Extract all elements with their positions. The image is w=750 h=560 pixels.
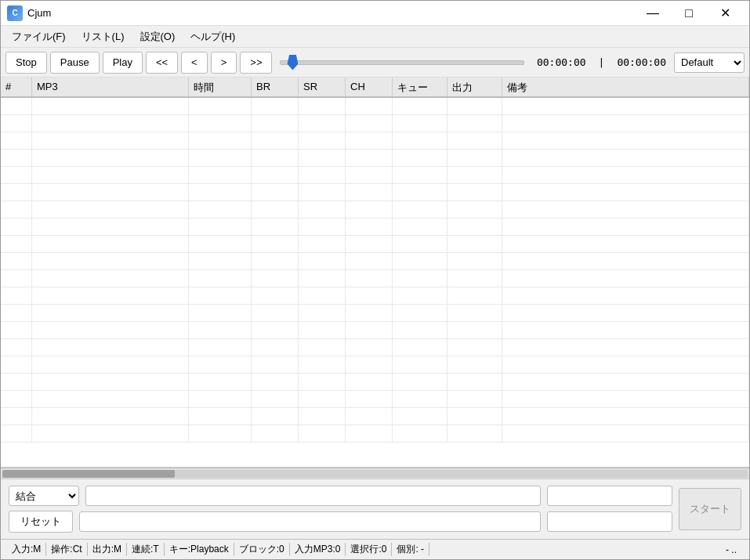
combine-select[interactable]: 結合 [9, 486, 79, 506]
main-window: C Cjum — □ ✕ ファイル(F) リスト(L) 設定(O) ヘルプ(H)… [0, 0, 750, 560]
track-table: # MP3 時間 BR SR CH キュー 出力 備考 [1, 78, 749, 468]
scrollbar-track [2, 470, 748, 478]
scrollbar-thumb[interactable] [2, 470, 175, 478]
table-row[interactable] [1, 184, 749, 201]
table-row[interactable] [1, 339, 749, 356]
maximize-button[interactable]: □ [671, 1, 707, 26]
prev-prev-button[interactable]: << [146, 52, 178, 74]
horizontal-scrollbar[interactable] [1, 468, 749, 479]
table-row[interactable] [1, 236, 749, 253]
status-individual: 個別: - [392, 543, 429, 556]
time-total: 00:00:00 [617, 56, 666, 68]
menu-file[interactable]: ファイル(F) [4, 27, 74, 47]
col-note: 備考 [502, 78, 749, 96]
filter-input-3[interactable] [547, 486, 672, 506]
toolbar: Stop Pause Play << < > >> 00:00:00 | 00:… [1, 48, 749, 78]
status-operation: 操作:Ct [46, 543, 87, 556]
menubar: ファイル(F) リスト(L) 設定(O) ヘルプ(H) [1, 26, 749, 48]
next-button[interactable]: > [211, 52, 237, 74]
seek-track [280, 60, 524, 65]
table-row[interactable] [1, 425, 749, 443]
table-row[interactable] [1, 115, 749, 132]
table-row[interactable] [1, 253, 749, 270]
status-output: 出力:M [88, 543, 127, 556]
table-row[interactable] [1, 219, 749, 236]
status-selected: 選択行:0 [346, 543, 392, 556]
table-row[interactable] [1, 374, 749, 391]
table-row[interactable] [1, 408, 749, 425]
filter-input-2[interactable] [79, 511, 541, 532]
close-button[interactable]: ✕ [707, 1, 743, 26]
table-row[interactable] [1, 322, 749, 339]
filter-input-1[interactable] [85, 486, 541, 506]
col-output: 出力 [447, 78, 502, 96]
status-block: ブロック:0 [234, 543, 290, 556]
stop-button[interactable]: Stop [5, 52, 47, 74]
table-row[interactable] [1, 356, 749, 374]
status-input-mp3: 入力MP3:0 [290, 543, 346, 556]
seek-bar[interactable] [280, 55, 524, 70]
status-right: - .. [726, 544, 743, 555]
table-row[interactable] [1, 270, 749, 287]
col-ch: CH [346, 78, 393, 96]
status-input: 入力:M [7, 543, 46, 556]
table-row[interactable] [1, 132, 749, 150]
col-br: BR [252, 78, 299, 96]
col-num: # [1, 78, 32, 96]
titlebar: C Cjum — □ ✕ [1, 1, 749, 26]
table-header: # MP3 時間 BR SR CH キュー 出力 備考 [1, 78, 749, 98]
menu-help[interactable]: ヘルプ(H) [183, 27, 243, 47]
table-row[interactable] [1, 287, 749, 305]
seek-thumb[interactable] [287, 55, 298, 70]
bottom-panel: 結合リセットスタート [1, 479, 749, 539]
table-row[interactable] [1, 98, 749, 115]
minimize-button[interactable]: — [635, 1, 671, 26]
window-title: Cjum [27, 7, 635, 19]
table-row[interactable] [1, 391, 749, 408]
pause-button[interactable]: Pause [50, 52, 100, 74]
statusbar: 入力:M 操作:Ct 出力:M 連続:T キー:Playback ブロック:0 … [1, 539, 749, 559]
output-select[interactable]: Default [674, 52, 745, 73]
time-separator: | [599, 56, 605, 68]
col-sr: SR [299, 78, 346, 96]
menu-settings[interactable]: 設定(O) [132, 27, 183, 47]
filter-input-4[interactable] [547, 511, 672, 532]
col-mp3: MP3 [32, 78, 189, 96]
prev-button[interactable]: < [181, 52, 208, 74]
status-continuous: 連続:T [127, 543, 165, 556]
next-next-button[interactable]: >> [240, 52, 272, 74]
start-button[interactable]: スタート [679, 488, 741, 530]
table-row[interactable] [1, 201, 749, 219]
table-body [1, 98, 749, 467]
table-row[interactable] [1, 167, 749, 184]
play-button[interactable]: Play [103, 52, 143, 74]
table-row[interactable] [1, 305, 749, 322]
menu-list[interactable]: リスト(L) [74, 27, 132, 47]
reset-button[interactable]: リセット [9, 511, 73, 533]
window-controls: — □ ✕ [635, 1, 743, 26]
status-key: キー:Playback [165, 543, 234, 556]
time-current: 00:00:00 [537, 56, 586, 68]
table-row[interactable] [1, 150, 749, 167]
col-queue: キュー [393, 78, 447, 96]
col-time: 時間 [189, 78, 252, 96]
app-icon: C [7, 5, 23, 21]
